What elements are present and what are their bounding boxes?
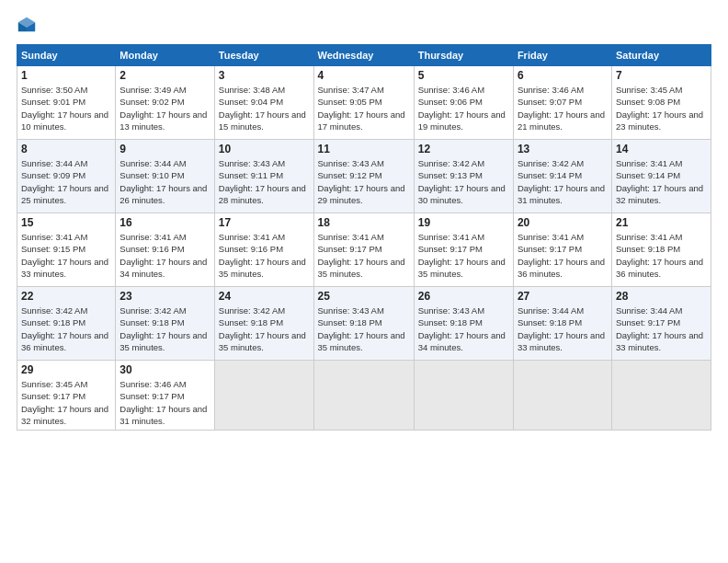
calendar-page: Sunday Monday Tuesday Wednesday Thursday… — [0, 0, 728, 563]
calendar-body: 1 Sunrise: 3:50 AMSunset: 9:01 PMDayligh… — [17, 66, 711, 431]
calendar-cell — [513, 361, 611, 431]
col-sunday: Sunday — [17, 45, 116, 66]
calendar-cell: 30 Sunrise: 3:46 AMSunset: 9:17 PMDaylig… — [116, 361, 214, 431]
day-detail: Sunrise: 3:44 AMSunset: 9:17 PMDaylight:… — [616, 305, 703, 352]
day-detail: Sunrise: 3:41 AMSunset: 9:17 PMDaylight:… — [418, 232, 506, 279]
calendar-week-row: 8 Sunrise: 3:44 AMSunset: 9:09 PMDayligh… — [17, 140, 711, 213]
day-detail: Sunrise: 3:45 AMSunset: 9:17 PMDaylight:… — [21, 379, 108, 426]
day-number: 10 — [219, 143, 310, 155]
day-detail: Sunrise: 3:41 AMSunset: 9:15 PMDaylight:… — [21, 232, 108, 279]
calendar-cell: 16 Sunrise: 3:41 AMSunset: 9:16 PMDaylig… — [116, 213, 214, 287]
day-number: 14 — [616, 143, 707, 155]
day-number: 8 — [21, 143, 111, 155]
day-number: 21 — [616, 216, 707, 229]
day-number: 9 — [119, 143, 210, 155]
day-number: 23 — [119, 290, 210, 303]
day-number: 6 — [518, 69, 608, 82]
day-detail: Sunrise: 3:43 AMSunset: 9:12 PMDaylight:… — [318, 158, 405, 205]
day-number: 2 — [119, 69, 210, 82]
day-number: 22 — [21, 290, 111, 303]
day-number: 16 — [119, 216, 210, 229]
calendar-table: Sunday Monday Tuesday Wednesday Thursday… — [17, 44, 711, 431]
calendar-cell: 29 Sunrise: 3:45 AMSunset: 9:17 PMDaylig… — [17, 361, 116, 431]
day-number: 13 — [518, 143, 608, 155]
day-detail: Sunrise: 3:42 AMSunset: 9:18 PMDaylight:… — [119, 305, 207, 352]
day-number: 1 — [21, 69, 111, 82]
calendar-cell: 14 Sunrise: 3:41 AMSunset: 9:14 PMDaylig… — [611, 140, 711, 213]
day-number: 18 — [318, 216, 410, 229]
day-detail: Sunrise: 3:42 AMSunset: 9:18 PMDaylight:… — [21, 305, 108, 352]
calendar-cell: 19 Sunrise: 3:41 AMSunset: 9:17 PMDaylig… — [414, 213, 513, 287]
calendar-cell: 13 Sunrise: 3:42 AMSunset: 9:14 PMDaylig… — [513, 140, 611, 213]
day-number: 25 — [318, 290, 410, 303]
calendar-cell: 24 Sunrise: 3:42 AMSunset: 9:18 PMDaylig… — [214, 287, 313, 361]
day-detail: Sunrise: 3:41 AMSunset: 9:16 PMDaylight:… — [119, 232, 207, 279]
calendar-week-row: 15 Sunrise: 3:41 AMSunset: 9:15 PMDaylig… — [17, 213, 711, 287]
calendar-week-row: 29 Sunrise: 3:45 AMSunset: 9:17 PMDaylig… — [17, 361, 711, 431]
logo — [17, 15, 40, 35]
calendar-cell: 12 Sunrise: 3:42 AMSunset: 9:13 PMDaylig… — [414, 140, 513, 213]
day-detail: Sunrise: 3:42 AMSunset: 9:18 PMDaylight:… — [219, 305, 306, 352]
day-number: 30 — [119, 363, 210, 376]
logo-icon — [17, 15, 37, 35]
day-detail: Sunrise: 3:44 AMSunset: 9:09 PMDaylight:… — [21, 158, 108, 205]
calendar-cell: 20 Sunrise: 3:41 AMSunset: 9:17 PMDaylig… — [513, 213, 611, 287]
calendar-cell: 23 Sunrise: 3:42 AMSunset: 9:18 PMDaylig… — [116, 287, 214, 361]
calendar-cell: 15 Sunrise: 3:41 AMSunset: 9:15 PMDaylig… — [17, 213, 116, 287]
calendar-week-row: 22 Sunrise: 3:42 AMSunset: 9:18 PMDaylig… — [17, 287, 711, 361]
header-row: Sunday Monday Tuesday Wednesday Thursday… — [17, 45, 711, 66]
calendar-cell: 5 Sunrise: 3:46 AMSunset: 9:06 PMDayligh… — [414, 66, 513, 140]
calendar-cell — [611, 361, 711, 431]
day-detail: Sunrise: 3:50 AMSunset: 9:01 PMDaylight:… — [21, 85, 108, 132]
day-detail: Sunrise: 3:42 AMSunset: 9:14 PMDaylight:… — [518, 158, 605, 205]
calendar-cell: 22 Sunrise: 3:42 AMSunset: 9:18 PMDaylig… — [17, 287, 116, 361]
calendar-cell: 11 Sunrise: 3:43 AMSunset: 9:12 PMDaylig… — [313, 140, 414, 213]
calendar-cell: 28 Sunrise: 3:44 AMSunset: 9:17 PMDaylig… — [611, 287, 711, 361]
calendar-cell: 27 Sunrise: 3:44 AMSunset: 9:18 PMDaylig… — [513, 287, 611, 361]
calendar-cell: 10 Sunrise: 3:43 AMSunset: 9:11 PMDaylig… — [214, 140, 313, 213]
calendar-cell — [214, 361, 313, 431]
col-monday: Monday — [116, 45, 214, 66]
calendar-cell: 18 Sunrise: 3:41 AMSunset: 9:17 PMDaylig… — [313, 213, 414, 287]
day-number: 5 — [418, 69, 509, 82]
day-detail: Sunrise: 3:43 AMSunset: 9:11 PMDaylight:… — [219, 158, 306, 205]
calendar-cell: 4 Sunrise: 3:47 AMSunset: 9:05 PMDayligh… — [313, 66, 414, 140]
day-detail: Sunrise: 3:41 AMSunset: 9:18 PMDaylight:… — [616, 232, 703, 279]
day-detail: Sunrise: 3:41 AMSunset: 9:16 PMDaylight:… — [219, 232, 306, 279]
calendar-cell: 1 Sunrise: 3:50 AMSunset: 9:01 PMDayligh… — [17, 66, 116, 140]
day-number: 20 — [518, 216, 608, 229]
day-detail: Sunrise: 3:41 AMSunset: 9:14 PMDaylight:… — [616, 158, 703, 205]
day-detail: Sunrise: 3:49 AMSunset: 9:02 PMDaylight:… — [119, 85, 207, 132]
day-detail: Sunrise: 3:41 AMSunset: 9:17 PMDaylight:… — [518, 232, 605, 279]
day-number: 24 — [219, 290, 310, 303]
day-number: 27 — [518, 290, 608, 303]
day-number: 12 — [418, 143, 509, 155]
col-saturday: Saturday — [611, 45, 711, 66]
calendar-week-row: 1 Sunrise: 3:50 AMSunset: 9:01 PMDayligh… — [17, 66, 711, 140]
day-number: 17 — [219, 216, 310, 229]
day-number: 28 — [616, 290, 707, 303]
day-detail: Sunrise: 3:47 AMSunset: 9:05 PMDaylight:… — [318, 85, 405, 132]
day-number: 4 — [318, 69, 410, 82]
day-number: 7 — [616, 69, 707, 82]
col-wednesday: Wednesday — [313, 45, 414, 66]
day-detail: Sunrise: 3:46 AMSunset: 9:17 PMDaylight:… — [119, 379, 207, 426]
calendar-cell: 17 Sunrise: 3:41 AMSunset: 9:16 PMDaylig… — [214, 213, 313, 287]
header — [17, 15, 711, 35]
day-detail: Sunrise: 3:46 AMSunset: 9:07 PMDaylight:… — [518, 85, 605, 132]
day-detail: Sunrise: 3:44 AMSunset: 9:10 PMDaylight:… — [119, 158, 207, 205]
day-number: 11 — [318, 143, 410, 155]
calendar-cell: 26 Sunrise: 3:43 AMSunset: 9:18 PMDaylig… — [414, 287, 513, 361]
day-detail: Sunrise: 3:41 AMSunset: 9:17 PMDaylight:… — [318, 232, 405, 279]
day-number: 26 — [418, 290, 509, 303]
day-number: 29 — [21, 363, 111, 376]
col-tuesday: Tuesday — [214, 45, 313, 66]
calendar-cell: 9 Sunrise: 3:44 AMSunset: 9:10 PMDayligh… — [116, 140, 214, 213]
calendar-cell — [414, 361, 513, 431]
day-number: 15 — [21, 216, 111, 229]
calendar-cell — [313, 361, 414, 431]
day-detail: Sunrise: 3:48 AMSunset: 9:04 PMDaylight:… — [219, 85, 306, 132]
calendar-cell: 21 Sunrise: 3:41 AMSunset: 9:18 PMDaylig… — [611, 213, 711, 287]
day-detail: Sunrise: 3:42 AMSunset: 9:13 PMDaylight:… — [418, 158, 506, 205]
calendar-cell: 7 Sunrise: 3:45 AMSunset: 9:08 PMDayligh… — [611, 66, 711, 140]
